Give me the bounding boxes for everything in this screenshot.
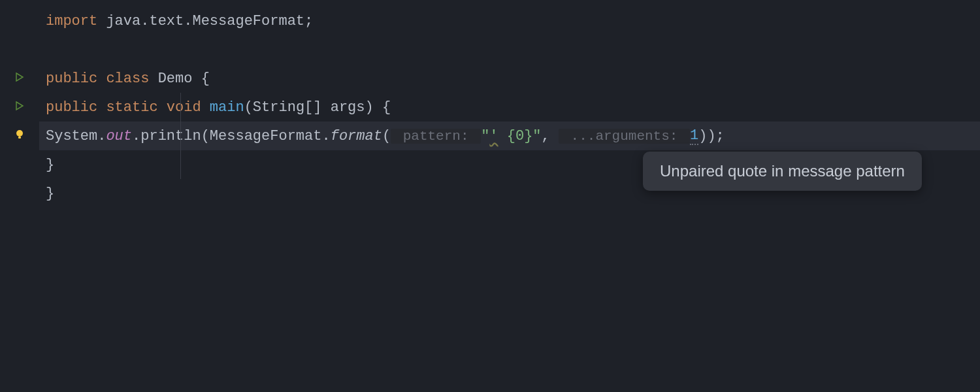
string-literal: ": [481, 128, 489, 144]
paren-close: ));: [698, 128, 725, 144]
field-out: out: [106, 128, 132, 144]
keyword-public: public: [46, 71, 97, 87]
bulb-icon[interactable]: [14, 129, 25, 144]
class-ref: System.: [46, 128, 106, 144]
keyword-import: import: [46, 13, 97, 29]
editor-gutter: [0, 0, 39, 392]
svg-point-0: [16, 130, 23, 137]
brace-close: }: [46, 186, 54, 202]
svg-rect-1: [18, 137, 21, 139]
number-literal: 1: [690, 127, 698, 145]
parameter-hint: ...arguments:: [559, 129, 690, 144]
code-line[interactable]: public class Demo {: [39, 64, 980, 93]
string-literal: {0}": [498, 128, 542, 144]
brace: {: [192, 71, 209, 87]
keyword-void: void: [158, 99, 201, 116]
string-literal-warn: ': [489, 128, 498, 144]
keyword-static: static: [97, 99, 157, 116]
run-icon[interactable]: [14, 101, 25, 114]
parameter-hint: pattern:: [391, 129, 481, 144]
code-area[interactable]: import java.text.MessageFormat; public c…: [39, 0, 980, 392]
method-call: .println(MessageFormat.: [132, 128, 331, 144]
method-main: main: [201, 99, 244, 116]
code-line-empty[interactable]: [39, 35, 980, 64]
comma: ,: [542, 128, 559, 144]
run-icon[interactable]: [14, 72, 25, 86]
method-params: (String[] args) {: [244, 99, 391, 116]
brace-close: }: [46, 157, 54, 173]
class-name: Demo: [149, 71, 192, 87]
inspection-tooltip[interactable]: Unpaired quote in message pattern: [643, 152, 922, 191]
tooltip-text: Unpaired quote in message pattern: [660, 162, 905, 180]
keyword-class: class: [97, 71, 149, 87]
code-line[interactable]: import java.text.MessageFormat;: [39, 7, 980, 35]
import-path: java.text.MessageFormat;: [97, 13, 313, 29]
code-editor[interactable]: import java.text.MessageFormat; public c…: [0, 0, 980, 392]
paren-open: (: [382, 128, 391, 144]
indent-guide: [180, 93, 181, 179]
keyword-public: public: [46, 99, 97, 116]
method-format: format: [331, 128, 382, 144]
